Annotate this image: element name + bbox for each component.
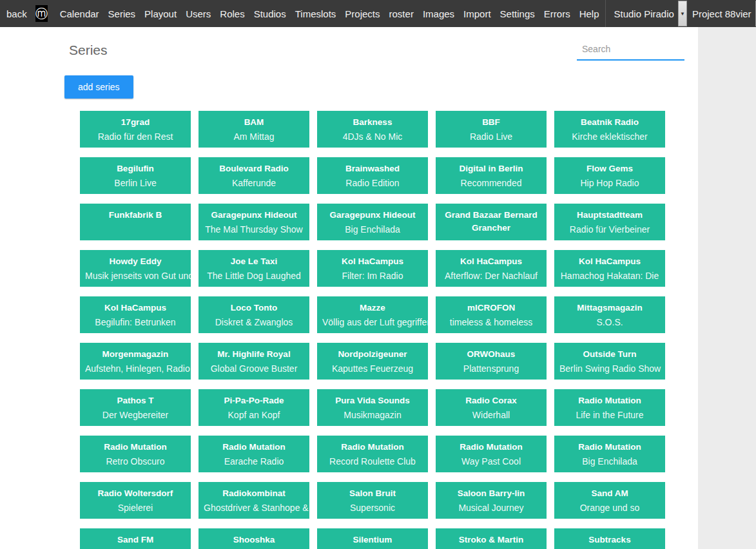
series-card[interactable]: Saloon Barry-lin Musical Journey <box>436 482 547 519</box>
studio-dropdown-button[interactable]: ▼ <box>678 1 687 26</box>
series-title: Kol HaCampus <box>559 255 660 268</box>
series-card[interactable]: Mr. Highlife Royal Global Groove Buster <box>199 343 309 380</box>
series-card[interactable]: Boulevard Radio Kafferunde <box>199 157 309 194</box>
series-subtitle: Begilufin: Betrunken <box>85 314 186 330</box>
add-series-button[interactable]: add series <box>64 75 133 99</box>
nav-item-import[interactable]: Import <box>459 8 496 19</box>
series-card[interactable]: Radio Mutation Earache Radio <box>199 436 309 472</box>
series-subtitle: Am Mittag <box>204 129 304 144</box>
project-selector[interactable]: Project 88vier <box>690 8 754 19</box>
series-card[interactable]: Shooshka Joyful Noise <box>199 528 309 549</box>
series-title: Sand AM <box>559 487 660 500</box>
series-subtitle: Musik jenseits von Gut und <box>85 268 186 284</box>
series-title: BAM <box>204 116 304 129</box>
series-card[interactable]: ORWOhaus Plattensprung <box>436 343 547 380</box>
top-navbar: back ⓜ CalendarSeriesPlayoutUsersRolesSt… <box>0 0 756 27</box>
series-card[interactable]: Outside Turn Berlin Swing Radio Show <box>554 343 665 380</box>
nav-item-playout[interactable]: Playout <box>140 8 181 19</box>
series-subtitle: To Released <box>559 546 660 549</box>
nav-item-help[interactable]: Help <box>575 8 604 19</box>
series-card[interactable]: Loco Tonto Diskret & Zwanglos <box>199 296 309 333</box>
series-card[interactable]: Garagepunx Hideout The Mal Thursday Show <box>199 204 309 240</box>
nav-item-images[interactable]: Images <box>418 8 459 19</box>
series-card[interactable]: Pathos T Der Wegbereiter <box>80 389 191 426</box>
series-card[interactable]: Begilufin Berlin Live <box>80 157 191 194</box>
series-card[interactable]: 17grad Radio für den Rest <box>80 111 191 148</box>
series-card[interactable]: Radio Woltersdorf Spielerei <box>80 482 191 519</box>
series-card[interactable]: Nordpolzigeuner Kaputtes Feuerzeug <box>317 343 428 380</box>
series-subtitle: It's all in a technicolour <box>441 546 541 549</box>
series-subtitle: Radio Edition <box>322 175 423 191</box>
nav-item-projects[interactable]: Projects <box>340 8 384 19</box>
nav-item-studios[interactable]: Studios <box>249 8 291 19</box>
series-card[interactable]: Beatnik Radio Kirche eklektischer <box>554 111 665 148</box>
series-title: Nordpolzigeuner <box>322 348 423 361</box>
series-title: Subtracks <box>559 534 660 546</box>
series-card[interactable]: Mazze Völlig aus der Luft gegriffen <box>317 296 428 333</box>
nav-item-series[interactable]: Series <box>104 8 141 19</box>
series-subtitle: Afterflow: Der Nachlauf <box>441 268 541 284</box>
series-subtitle: Hip Hop Radio <box>559 175 660 191</box>
series-card[interactable]: Mittagsmagazin S.O.S. <box>554 296 665 333</box>
studio-selector[interactable]: Studio Piradio <box>612 8 677 19</box>
series-card[interactable]: Brainwashed Radio Edition <box>317 157 428 194</box>
series-card[interactable]: BAM Am Mittag <box>199 111 309 148</box>
series-card[interactable]: Stroko & Martin It's all in a technicolo… <box>436 528 547 549</box>
series-title: Outside Turn <box>559 348 660 361</box>
series-card[interactable]: Barkness 4DJs & No Mic <box>317 111 428 148</box>
series-card[interactable]: mICROFON timeless & homeless <box>436 296 547 333</box>
series-card[interactable]: Howdy Eddy Musik jenseits von Gut und <box>80 250 191 287</box>
nav-item-roles[interactable]: Roles <box>215 8 249 19</box>
series-card[interactable]: Morgenmagazin Aufstehn, Hinlegen, Radio <box>80 343 191 380</box>
series-card[interactable]: Digital in Berlin Recommended <box>436 157 547 194</box>
series-title: Radio Corax <box>441 394 541 407</box>
series-card[interactable]: Joe Le Taxi The Little Dog Laughed <box>199 250 309 287</box>
series-card[interactable]: Radio Mutation Life in the Future <box>554 389 665 426</box>
series-card[interactable]: Kol HaCampus Begilufin: Betrunken <box>80 296 191 333</box>
series-subtitle: Der Wegbereiter <box>85 407 186 423</box>
back-button[interactable]: back <box>6 8 27 19</box>
series-card[interactable]: Flow Gems Hip Hop Radio <box>554 157 665 194</box>
search-input[interactable] <box>577 40 684 61</box>
nav-item-roster[interactable]: roster <box>385 8 418 19</box>
series-card[interactable]: Radio Mutation Retro Obscuro <box>80 436 191 472</box>
series-card[interactable]: Radiokombinat Ghostdriver & Stanhope & <box>199 482 309 519</box>
series-card[interactable]: Silentium Geschichten <box>317 528 428 549</box>
series-subtitle: Völlig aus der Luft gegriffen <box>322 314 423 330</box>
series-card[interactable]: BBF Radio Live <box>436 111 547 148</box>
series-card[interactable]: Kol HaCampus Filter: Im Radio <box>317 250 428 287</box>
series-card[interactable]: Salon Bruit Supersonic <box>317 482 428 519</box>
series-card[interactable]: Garagepunx Hideout Big Enchilada <box>317 204 428 240</box>
nav-item-calendar[interactable]: Calendar <box>55 8 104 19</box>
series-title: Barkness <box>322 116 423 129</box>
nav-item-users[interactable]: Users <box>181 8 215 19</box>
series-title: BBF <box>441 116 541 129</box>
series-title: Radiokombinat <box>204 487 304 500</box>
series-title: Shooshka <box>204 534 304 546</box>
series-card[interactable]: Radio Mutation Record Roulette Club <box>317 436 428 472</box>
series-card[interactable]: Grand Bazaar Bernard Grancher <box>436 204 547 240</box>
series-card[interactable]: Sand FM Orange und Gäste <box>80 528 191 549</box>
series-card[interactable]: Sand AM Orange und so <box>554 482 665 519</box>
series-card[interactable]: Radio Corax Widerhall <box>436 389 547 426</box>
series-card[interactable]: Kol HaCampus Afterflow: Der Nachlauf <box>436 250 547 287</box>
nav-item-settings[interactable]: Settings <box>496 8 539 19</box>
series-card[interactable]: Kol HaCampus Hamachog Hakatan: Die <box>554 250 665 287</box>
series-subtitle: Kopf an Kopf <box>204 407 304 423</box>
series-card[interactable]: Funkfabrik B <box>80 204 191 240</box>
series-subtitle: Kaputtes Feuerzeug <box>322 361 423 376</box>
nav-item-errors[interactable]: Errors <box>539 8 575 19</box>
series-card[interactable]: Radio Mutation Way Past Cool <box>436 436 547 472</box>
series-card[interactable]: Radio Mutation Big Enchilada <box>554 436 665 472</box>
series-subtitle: Big Enchilada <box>322 222 423 237</box>
series-card[interactable]: Pi-Pa-Po-Rade Kopf an Kopf <box>199 389 309 426</box>
app-logo-icon[interactable]: ⓜ <box>35 5 48 22</box>
series-title: Radio Mutation <box>322 441 423 454</box>
series-card[interactable]: Hauptstadtteam Radio für Vierbeiner <box>554 204 665 240</box>
series-title: Radio Mutation <box>441 441 541 454</box>
series-card[interactable]: Subtracks To Released <box>554 528 665 549</box>
series-card[interactable]: Pura Vida Sounds Musikmagazin <box>317 389 428 426</box>
nav-item-timeslots[interactable]: Timeslots <box>291 8 341 19</box>
search-container <box>577 40 684 61</box>
series-subtitle: Radio für den Rest <box>85 129 186 144</box>
